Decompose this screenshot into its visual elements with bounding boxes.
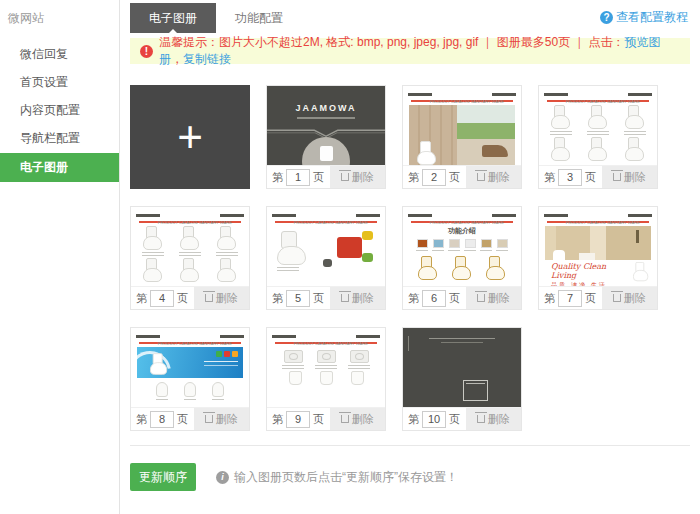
delete-label: 删除 xyxy=(624,170,646,185)
page-number-input[interactable] xyxy=(422,169,446,186)
toilet-graphic xyxy=(217,226,237,250)
page-9-thumbnail[interactable]: PRODUCT CATALOG SANITARY WARE xyxy=(267,328,385,407)
sidebar-item-album[interactable]: 电子图册 xyxy=(0,153,119,182)
page-number-input[interactable] xyxy=(558,169,582,186)
page-prefix-label: 第 xyxy=(408,170,419,185)
sidebar-item-content-page-config[interactable]: 内容页配置 xyxy=(0,97,119,124)
page-8-thumbnail[interactable]: PRODUCT CATALOG SANITARY WARE xyxy=(131,328,249,407)
tab-album[interactable]: 电子图册 xyxy=(130,3,216,33)
page-number-input[interactable] xyxy=(286,169,310,186)
sidebar-item-navbar-config[interactable]: 导航栏配置 xyxy=(0,125,119,152)
product-cell xyxy=(315,350,337,369)
page-number-input[interactable] xyxy=(150,290,174,307)
caption-lines xyxy=(587,131,609,135)
trash-icon xyxy=(341,415,349,423)
green-kids-toilet xyxy=(362,253,373,262)
page-7-controls: 第 页 删除 xyxy=(539,286,657,309)
pedestal-row xyxy=(267,371,385,385)
delete-page-button[interactable]: 删除 xyxy=(602,166,657,188)
catalog-header: PRODUCT CATALOG SANITARY WARE xyxy=(131,211,249,219)
product-cell xyxy=(212,382,224,402)
page-suffix-label: 页 xyxy=(313,291,324,306)
catalog-header-text: PRODUCT CATALOG SANITARY WARE xyxy=(430,100,504,105)
feature-cell xyxy=(416,239,428,253)
album-page-9: PRODUCT CATALOG SANITARY WARE xyxy=(266,327,386,431)
product-cell xyxy=(211,258,243,282)
add-page-tile[interactable]: + xyxy=(130,85,250,189)
delete-label: 删除 xyxy=(488,170,510,185)
delete-page-button[interactable]: 删除 xyxy=(330,166,385,188)
delete-page-button[interactable]: 删除 xyxy=(330,408,385,430)
page-6-thumbnail[interactable]: PRODUCT CATALOG SANITARY WARE 功能介绍 xyxy=(403,207,521,286)
feature-image xyxy=(465,239,476,248)
delete-page-button[interactable]: 删除 xyxy=(194,287,249,309)
sidebar-item-wechat-reply[interactable]: 微信回复 xyxy=(0,41,119,68)
page-5-thumbnail[interactable]: PRODUCT CATALOG SANITARY WARE xyxy=(267,207,385,286)
product-cell xyxy=(174,258,206,282)
squat-pan-row xyxy=(267,350,385,369)
main-content: 电子图册 功能配置 ? 查看配置教程 ! 温馨提示：图片大小不超过2M, 格式:… xyxy=(120,0,700,514)
trash-icon xyxy=(341,173,349,181)
delete-page-button[interactable]: 删除 xyxy=(194,408,249,430)
plant-graphic xyxy=(636,230,639,243)
update-order-button[interactable]: 更新顺序 xyxy=(130,463,196,491)
catalog-header: PRODUCT CATALOG SANITARY WARE xyxy=(267,211,385,219)
feature-section-title: 功能介绍 xyxy=(403,226,521,236)
notice-separator: ， xyxy=(171,52,183,66)
red-badge xyxy=(224,351,230,357)
view-config-tutorial-link[interactable]: ? 查看配置教程 xyxy=(600,9,688,26)
interior-photo xyxy=(545,226,651,260)
caption-lines xyxy=(315,365,337,369)
page-number-group: 第 页 xyxy=(539,166,602,188)
delete-page-button[interactable]: 删除 xyxy=(330,287,385,309)
page-3-thumbnail[interactable]: PRODUCT CATALOG SANITARY WARE xyxy=(539,86,657,165)
page-suffix-label: 页 xyxy=(449,170,460,185)
sidebar-item-home-settings[interactable]: 首页设置 xyxy=(0,69,119,96)
delete-page-button[interactable]: 删除 xyxy=(466,408,521,430)
caption-lines xyxy=(216,252,238,256)
page-7-thumbnail[interactable]: PRODUCT CATALOG SANITARY WARE Quality Cl… xyxy=(539,207,657,286)
page-2-controls: 第 页 删除 xyxy=(403,165,521,188)
page-4-thumbnail[interactable]: PRODUCT CATALOG SANITARY WARE xyxy=(131,207,249,286)
catalog-header-text: PRODUCT CATALOG SANITARY WARE xyxy=(294,221,368,226)
page-prefix-label: 第 xyxy=(544,170,555,185)
catalog-header: PRODUCT CATALOG SANITARY WARE xyxy=(131,332,249,340)
page-suffix-label: 页 xyxy=(449,412,460,427)
trash-icon xyxy=(477,294,485,302)
delete-page-button[interactable]: 删除 xyxy=(466,166,521,188)
toilet-graphic xyxy=(588,137,608,161)
red-kids-toilet xyxy=(337,237,362,258)
gold-toilet-graphic xyxy=(452,256,472,280)
page-number-input[interactable] xyxy=(422,290,446,307)
page-number-input[interactable] xyxy=(286,290,310,307)
caption-row: Quality Clean Living 品质 洁净 生活 xyxy=(539,260,657,286)
page-number-input[interactable] xyxy=(558,290,582,307)
delete-page-button[interactable]: 删除 xyxy=(466,287,521,309)
album-page-3: PRODUCT CATALOG SANITARY WARE 第 xyxy=(538,85,658,189)
toilet-graphic xyxy=(180,258,200,282)
page-2-thumbnail[interactable]: PRODUCT CATALOG SANITARY WARE xyxy=(403,86,521,165)
page-number-group: 第 页 xyxy=(131,287,194,309)
gold-toilet-graphic xyxy=(418,256,438,280)
feature-cell xyxy=(464,239,476,253)
page-number-group: 第 页 xyxy=(539,287,602,309)
delete-label: 删除 xyxy=(488,291,510,306)
page-number-input[interactable] xyxy=(422,411,446,428)
footer-hint: i 输入图册页数后点击“更新顺序”保存设置！ xyxy=(216,469,458,486)
page-number-group: 第 页 xyxy=(267,166,330,188)
page-4-controls: 第 页 删除 xyxy=(131,286,249,309)
page-number-input[interactable] xyxy=(150,411,174,428)
delete-page-button[interactable]: 删除 xyxy=(602,287,657,309)
page-1-thumbnail[interactable]: JAAMOWA xyxy=(267,86,385,165)
tab-features[interactable]: 功能配置 xyxy=(216,3,302,33)
album-page-10: 第 页 删除 xyxy=(402,327,522,431)
catalog-header: PRODUCT CATALOG SANITARY WARE xyxy=(539,211,657,219)
caption-lines xyxy=(212,399,224,402)
page-number-input[interactable] xyxy=(286,411,310,428)
copy-link-link[interactable]: 复制链接 xyxy=(183,52,231,66)
lawn xyxy=(457,123,515,139)
caption-lines xyxy=(550,131,572,135)
page-10-thumbnail[interactable] xyxy=(403,328,521,407)
caption-lines xyxy=(624,131,646,135)
caption-lines xyxy=(348,365,370,369)
